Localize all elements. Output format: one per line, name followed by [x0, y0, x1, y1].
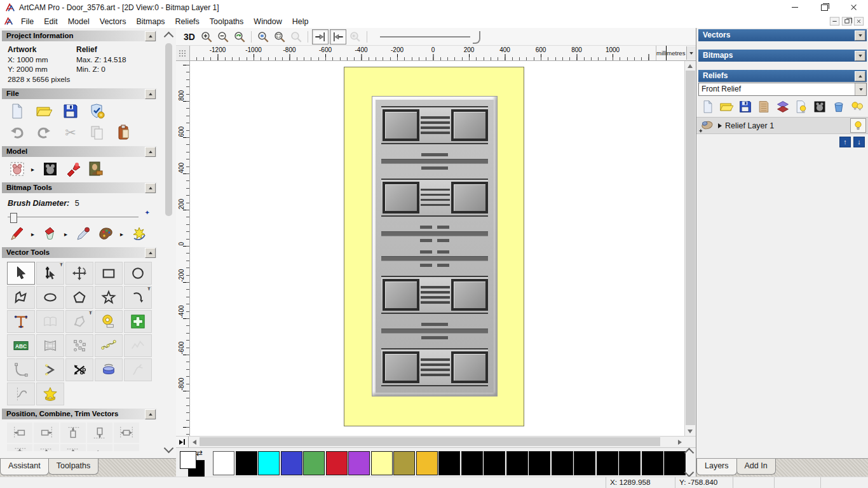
free-form-tool[interactable]	[124, 334, 152, 357]
palette-swatch-2[interactable]	[258, 451, 280, 475]
slider-thumb[interactable]	[10, 213, 17, 223]
palette-icon[interactable]	[97, 225, 116, 243]
menu-file[interactable]: File	[16, 16, 39, 27]
page-light-icon[interactable]	[794, 99, 809, 114]
create-polyline-tool[interactable]	[7, 286, 35, 309]
paste-special-tool[interactable]	[124, 310, 152, 333]
zoom-object-icon[interactable]	[288, 30, 304, 44]
menu-window[interactable]: Window	[248, 16, 287, 27]
fit-arcs-tool[interactable]	[95, 334, 123, 357]
mdi-minimize-icon[interactable]	[830, 17, 839, 26]
merge-layers-icon[interactable]	[775, 99, 790, 114]
assistant-scrollbar[interactable]	[164, 29, 174, 456]
center-vertical-tool[interactable]	[7, 444, 32, 451]
collapse-button[interactable]	[145, 31, 156, 41]
new-layer-icon[interactable]	[700, 99, 715, 114]
scroll-up-icon[interactable]	[685, 61, 695, 71]
palette-swatch-6[interactable]	[348, 451, 370, 475]
palette-swatch-9[interactable]	[416, 451, 438, 475]
center-horizontal-tool[interactable]	[114, 423, 139, 443]
create-ellipse-tool[interactable]	[36, 286, 64, 309]
offset-vector-tool[interactable]: Ŧ	[65, 310, 93, 333]
scroll-down-icon[interactable]	[685, 426, 695, 436]
close-icon[interactable]	[839, 0, 868, 15]
relief-layer-item[interactable]: Relief Layer 1	[696, 117, 868, 134]
palette-swatch-7[interactable]	[371, 451, 393, 475]
palette-scroll-up-icon[interactable]	[684, 448, 694, 458]
palette-swatch-0[interactable]	[213, 451, 234, 475]
assistant-tab-toolpaths[interactable]: Toolpaths	[48, 459, 99, 475]
join-vectors-tool[interactable]	[36, 358, 64, 381]
create-star-tool[interactable]	[95, 286, 123, 309]
assistant-tab-assistant[interactable]: Assistant	[0, 459, 49, 475]
create-text-tool[interactable]	[7, 310, 35, 333]
collapse-button[interactable]	[145, 183, 156, 193]
flyout-arrow-icon[interactable]: ▸	[64, 225, 70, 243]
greyscale-view-icon[interactable]	[8, 160, 27, 178]
fillet-tool[interactable]	[7, 358, 35, 381]
expand-button[interactable]	[855, 30, 865, 41]
dropdown-icon[interactable]	[855, 83, 866, 95]
save-layer-icon[interactable]	[738, 99, 753, 114]
palette-swatch-8[interactable]	[393, 451, 415, 475]
scrollbar-thumb[interactable]	[165, 43, 172, 216]
menu-edit[interactable]: Edit	[39, 16, 63, 27]
expand-layer-icon[interactable]	[718, 123, 722, 128]
greyscale-preview-icon[interactable]	[812, 99, 827, 114]
palette-swatch-1[interactable]	[236, 451, 257, 475]
bitmaps-header[interactable]: Bitmaps	[698, 50, 867, 62]
viewport-2d[interactable]	[190, 61, 684, 436]
scrollbar-thumb[interactable]	[686, 71, 695, 425]
scrollbar-thumb[interactable]	[200, 437, 660, 446]
nest-tool[interactable]: Nes	[114, 444, 139, 451]
move-layer-up-icon[interactable]: ↑	[839, 137, 851, 147]
cut-icon[interactable]: ✂	[61, 124, 80, 142]
palette-swatch-5[interactable]	[326, 451, 348, 475]
swap-colours-icon[interactable]: ⇄	[196, 449, 203, 458]
brush-diameter-slider[interactable]: ✦	[8, 213, 150, 222]
magic-wand-icon[interactable]	[130, 225, 149, 243]
snap-left-icon[interactable]	[312, 29, 329, 44]
zoom-in-icon[interactable]	[199, 30, 214, 44]
all-lights-icon[interactable]	[850, 99, 865, 114]
spin-tool-tool[interactable]	[95, 358, 123, 381]
reliefs-header[interactable]: Reliefs	[698, 70, 867, 82]
horizontal-scrollbar[interactable]	[200, 437, 674, 447]
menu-bitmaps[interactable]: Bitmaps	[131, 16, 170, 27]
align-right-tool[interactable]	[34, 423, 59, 443]
restore-icon[interactable]	[810, 0, 839, 15]
scroll-left-icon[interactable]	[189, 437, 200, 447]
palette-swatch-17[interactable]	[597, 451, 618, 475]
move-layer-down-icon[interactable]: ↓	[853, 137, 865, 147]
palette-swatch-11[interactable]	[461, 451, 483, 475]
invert-greyscale-icon[interactable]	[41, 160, 60, 178]
align-left-tool[interactable]	[7, 423, 32, 443]
create-circle-tool[interactable]	[124, 262, 152, 285]
scroll-down-icon[interactable]	[165, 445, 173, 452]
mdi-close-icon[interactable]	[854, 17, 864, 26]
layer-visibility-button[interactable]	[850, 118, 866, 133]
flyout-arrow-icon[interactable]: ▸	[31, 225, 37, 243]
menu-vectors[interactable]: Vectors	[95, 16, 132, 27]
undo-icon[interactable]	[8, 124, 27, 142]
collapse-button[interactable]	[145, 248, 156, 258]
center-pin-tool[interactable]	[60, 444, 86, 451]
zoom-grey-icon[interactable]	[348, 30, 363, 44]
node-edit-tool[interactable]: Ŧ	[36, 262, 64, 285]
palette-swatch-10[interactable]	[438, 451, 460, 475]
paint-icon[interactable]	[8, 225, 27, 243]
snap-right-icon[interactable]	[330, 29, 346, 44]
measure-tool[interactable]	[95, 310, 123, 333]
create-polygon-tool[interactable]	[65, 286, 93, 309]
palette-swatch-15[interactable]	[552, 451, 573, 475]
save-model-icon[interactable]	[61, 102, 80, 120]
select-tool[interactable]	[7, 262, 35, 285]
flood-fill-icon[interactable]	[41, 225, 60, 243]
menu-reliefs[interactable]: Reliefs	[170, 16, 205, 27]
collapse-button[interactable]	[145, 409, 156, 419]
center-both-tool[interactable]	[34, 444, 59, 451]
palette-scroll-down-icon[interactable]	[684, 468, 694, 478]
scatter-tool[interactable]	[87, 444, 112, 451]
lighting-icon[interactable]	[64, 160, 83, 178]
load-texture-icon[interactable]	[756, 99, 771, 114]
